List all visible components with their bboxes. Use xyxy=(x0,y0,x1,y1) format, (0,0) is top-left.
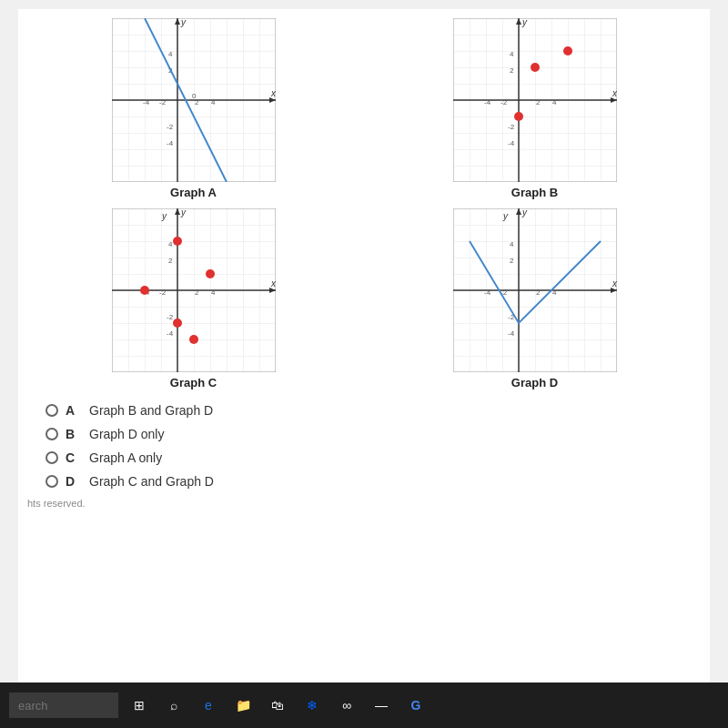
svg-text:y: y xyxy=(180,18,187,27)
graph-a-svg: x y 0 -4 -2 2 4 4 2 -2 -4 xyxy=(112,18,276,182)
graph-a-wrapper: x y 0 -4 -2 2 4 4 2 -2 -4 xyxy=(27,18,359,199)
options-area: A Graph B and Graph D B Graph D only C G… xyxy=(27,403,701,489)
svg-text:-4: -4 xyxy=(167,139,174,147)
svg-text:-4: -4 xyxy=(167,329,174,338)
svg-point-55 xyxy=(206,269,215,278)
graphs-container: x y 0 -4 -2 2 4 4 2 -2 -4 xyxy=(27,18,701,389)
option-c-text: Graph A only xyxy=(89,450,162,465)
svg-text:-2: -2 xyxy=(167,123,174,131)
svg-text:-2: -2 xyxy=(167,313,174,321)
svg-point-54 xyxy=(173,237,182,246)
svg-text:y: y xyxy=(180,208,187,217)
svg-point-57 xyxy=(173,318,182,328)
svg-text:4: 4 xyxy=(552,98,557,106)
screen: x y 0 -4 -2 2 4 4 2 -2 -4 xyxy=(0,0,728,728)
taskbar-windows-icon[interactable]: ⊞ xyxy=(126,692,153,719)
svg-text:2: 2 xyxy=(195,288,199,297)
content-area: x y 0 -4 -2 2 4 4 2 -2 -4 xyxy=(18,9,710,728)
option-b[interactable]: B Graph D only xyxy=(46,427,701,441)
radio-d[interactable] xyxy=(46,475,58,488)
svg-text:-4: -4 xyxy=(508,329,515,338)
graph-b-label: Graph B xyxy=(511,186,558,199)
svg-text:-4: -4 xyxy=(484,288,491,297)
option-b-text: Graph D only xyxy=(89,427,164,441)
svg-text:y: y xyxy=(521,208,528,217)
option-a[interactable]: A Graph B and Graph D xyxy=(46,403,701,418)
svg-point-58 xyxy=(189,335,198,344)
svg-text:x: x xyxy=(612,278,617,288)
svg-text:x: x xyxy=(270,278,276,288)
graph-b-wrapper: x y -4 -2 2 4 4 2 -2 -4 xyxy=(369,18,701,199)
svg-text:-2: -2 xyxy=(159,98,167,106)
svg-point-36 xyxy=(531,63,540,72)
graph-c-canvas: x y y -4 -2 2 4 4 2 -2 -4 xyxy=(112,208,276,372)
svg-text:-4: -4 xyxy=(143,98,150,106)
svg-text:2: 2 xyxy=(536,98,541,106)
graph-d-canvas: x y y -4 -2 2 4 4 2 -2 -4 xyxy=(453,208,617,372)
svg-text:x: x xyxy=(270,88,276,98)
svg-text:4: 4 xyxy=(168,50,173,58)
option-d-letter: D xyxy=(66,474,82,489)
svg-text:2: 2 xyxy=(168,257,173,265)
option-d[interactable]: D Graph C and Graph D xyxy=(46,474,701,489)
taskbar-infinity-icon[interactable]: ∞ xyxy=(333,692,360,719)
svg-text:y: y xyxy=(521,18,528,27)
copyright-text: hts reserved. xyxy=(27,498,701,509)
taskbar-store-icon[interactable]: 🛍 xyxy=(264,692,291,719)
taskbar-search[interactable] xyxy=(9,693,118,718)
graph-d-svg: x y y -4 -2 2 4 4 2 -2 -4 xyxy=(453,208,617,372)
option-c-letter: C xyxy=(66,450,82,465)
taskbar-google-icon[interactable]: G xyxy=(402,692,430,719)
taskbar-edge-icon[interactable]: e xyxy=(195,692,222,719)
radio-a[interactable] xyxy=(46,404,58,417)
svg-text:2: 2 xyxy=(510,66,514,75)
svg-text:-2: -2 xyxy=(500,98,508,106)
svg-text:4: 4 xyxy=(211,98,216,106)
option-d-text: Graph C and Graph D xyxy=(89,474,214,489)
svg-text:y: y xyxy=(161,211,167,221)
svg-text:4: 4 xyxy=(510,50,514,58)
taskbar-search-icon[interactable]: ⌕ xyxy=(160,692,187,719)
svg-text:2: 2 xyxy=(195,98,199,106)
graph-d-label: Graph D xyxy=(511,376,558,389)
svg-text:4: 4 xyxy=(510,240,514,248)
svg-text:4: 4 xyxy=(168,240,173,248)
radio-c[interactable] xyxy=(46,451,58,464)
svg-text:x: x xyxy=(612,88,617,98)
svg-text:-4: -4 xyxy=(508,139,515,147)
graph-d-wrapper: x y y -4 -2 2 4 4 2 -2 -4 xyxy=(369,208,701,389)
svg-point-56 xyxy=(140,286,149,295)
graph-b-canvas: x y -4 -2 2 4 4 2 -2 -4 xyxy=(453,18,617,182)
taskbar: ⊞ ⌕ e 📁 🛍 ❄ ∞ — G xyxy=(0,682,728,728)
svg-text:4: 4 xyxy=(211,288,216,297)
svg-text:2: 2 xyxy=(510,257,514,265)
svg-point-35 xyxy=(514,112,523,121)
svg-text:-4: -4 xyxy=(484,98,491,106)
taskbar-minus-icon[interactable]: — xyxy=(368,692,395,719)
graph-b-svg: x y -4 -2 2 4 4 2 -2 -4 xyxy=(453,18,617,182)
option-c[interactable]: C Graph A only xyxy=(46,450,701,465)
taskbar-dropbox-icon[interactable]: ❄ xyxy=(298,692,326,719)
graph-c-wrapper: x y y -4 -2 2 4 4 2 -2 -4 xyxy=(27,208,359,389)
taskbar-folder-icon[interactable]: 📁 xyxy=(229,692,257,719)
svg-text:-2: -2 xyxy=(159,288,167,297)
option-b-letter: B xyxy=(66,427,82,441)
svg-text:-2: -2 xyxy=(508,123,515,131)
radio-b[interactable] xyxy=(46,428,58,440)
svg-text:y: y xyxy=(502,211,509,221)
graph-c-label: Graph C xyxy=(170,376,217,389)
svg-text:2: 2 xyxy=(536,288,541,297)
graph-a-canvas: x y 0 -4 -2 2 4 4 2 -2 -4 xyxy=(112,18,276,182)
svg-point-34 xyxy=(563,46,572,56)
graph-c-svg: x y y -4 -2 2 4 4 2 -2 -4 xyxy=(112,208,276,372)
option-a-text: Graph B and Graph D xyxy=(89,403,213,418)
graph-a-label: Graph A xyxy=(170,186,217,199)
option-a-letter: A xyxy=(66,403,82,418)
